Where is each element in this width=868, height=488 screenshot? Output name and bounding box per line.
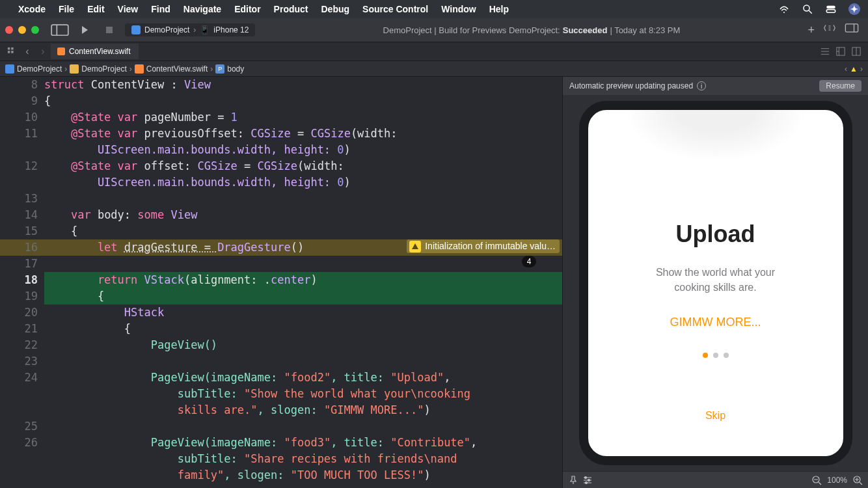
menu-product[interactable]: Product bbox=[274, 4, 308, 14]
folder-icon bbox=[70, 64, 79, 74]
device-frame: Upload Show the world what your cooking … bbox=[579, 101, 852, 465]
preview-subtitle: Show the world what your cooking skills … bbox=[656, 265, 775, 295]
editor-options-icon[interactable] bbox=[817, 47, 833, 56]
add-button[interactable]: + bbox=[807, 23, 815, 37]
crumb-file[interactable]: ContentView.swift bbox=[146, 64, 208, 74]
menu-navigate[interactable]: Navigate bbox=[183, 4, 221, 14]
toggle-inspector-button[interactable] bbox=[845, 23, 859, 37]
swift-file-icon bbox=[57, 47, 65, 55]
preview-bottom-bar: 100% bbox=[563, 471, 868, 488]
code-editor[interactable]: 8struct ContentView : View 9{ 10 @State … bbox=[0, 77, 562, 488]
svg-rect-3 bbox=[51, 25, 68, 35]
preview-canvas[interactable]: Upload Show the world what your cooking … bbox=[563, 95, 868, 471]
pin-preview-icon[interactable] bbox=[568, 475, 578, 485]
svg-rect-6 bbox=[8, 47, 10, 50]
related-items-button[interactable] bbox=[4, 47, 20, 56]
stop-button[interactable] bbox=[100, 22, 118, 38]
macos-menubar: Xcode File Edit View Find Navigate Edito… bbox=[0, 0, 868, 18]
zoom-out-icon[interactable] bbox=[811, 475, 822, 485]
menu-debug[interactable]: Debug bbox=[321, 4, 350, 14]
preview-slogan: GIMMW MORE... bbox=[670, 316, 761, 329]
inline-warning[interactable]: Initialization of immutable valu… bbox=[407, 239, 560, 253]
menu-view[interactable]: View bbox=[118, 4, 139, 14]
svg-rect-7 bbox=[11, 47, 14, 50]
adjust-editor-icon[interactable] bbox=[833, 47, 848, 56]
preview-paused-label: Automatic preview updating paused bbox=[569, 81, 693, 90]
app-menu-xcode[interactable]: Xcode bbox=[18, 4, 46, 14]
svg-rect-8 bbox=[8, 51, 10, 53]
scheme-selector[interactable]: DemoProject › 📱 iPhone 12 bbox=[125, 23, 255, 36]
svg-rect-1 bbox=[826, 6, 835, 9]
file-tab-label: ContentView.swift bbox=[69, 47, 131, 56]
page-dot bbox=[724, 353, 729, 358]
canvas-preview-panel: Automatic preview updating paused i Resu… bbox=[562, 77, 868, 488]
svg-point-13 bbox=[588, 479, 590, 481]
forward-button[interactable]: › bbox=[35, 46, 51, 57]
window-traffic-lights bbox=[5, 26, 39, 34]
issue-count-badge[interactable]: 4 bbox=[522, 256, 536, 267]
svg-rect-4 bbox=[106, 27, 113, 33]
svg-point-14 bbox=[586, 481, 588, 483]
window-zoom-button[interactable] bbox=[31, 26, 39, 34]
menu-help[interactable]: Help bbox=[489, 4, 509, 14]
menu-window[interactable]: Window bbox=[441, 4, 476, 14]
skip-button[interactable]: Skip bbox=[705, 410, 726, 422]
zoom-level[interactable]: 100% bbox=[827, 476, 847, 485]
property-icon: P bbox=[215, 64, 224, 74]
project-icon bbox=[5, 64, 14, 74]
menu-file[interactable]: File bbox=[59, 4, 74, 14]
chevron-right-icon: › bbox=[193, 25, 196, 34]
zoom-in-icon[interactable] bbox=[852, 475, 863, 485]
svg-rect-5 bbox=[845, 23, 858, 31]
page-dot-active bbox=[703, 353, 708, 358]
crumb-project[interactable]: DemoProject bbox=[17, 64, 62, 74]
svg-point-12 bbox=[585, 476, 587, 478]
control-center-icon[interactable] bbox=[825, 3, 837, 15]
xcode-toolbar: DemoProject › 📱 iPhone 12 DemoProject | … bbox=[0, 18, 868, 42]
svg-point-0 bbox=[804, 5, 809, 11]
scheme-device: iPhone 12 bbox=[213, 25, 249, 34]
preview-title: Upload bbox=[676, 221, 755, 248]
window-minimize-button[interactable] bbox=[18, 26, 26, 34]
code-review-button[interactable] bbox=[824, 23, 835, 37]
run-button[interactable] bbox=[75, 22, 94, 38]
window-close-button[interactable] bbox=[5, 26, 13, 34]
crumb-folder[interactable]: DemoProject bbox=[81, 64, 126, 74]
warning-triangle-icon bbox=[409, 241, 421, 252]
menu-edit[interactable]: Edit bbox=[87, 4, 104, 14]
page-indicator bbox=[703, 353, 729, 358]
crumb-symbol[interactable]: body bbox=[227, 64, 244, 74]
swift-file-icon bbox=[135, 64, 144, 74]
back-button[interactable]: ‹ bbox=[20, 46, 35, 57]
svg-rect-9 bbox=[11, 51, 14, 53]
toggle-navigator-button[interactable] bbox=[51, 22, 69, 38]
menu-find[interactable]: Find bbox=[151, 4, 170, 14]
preview-image-placeholder bbox=[625, 101, 807, 162]
breadcrumb: DemoProject › DemoProject › ContentView.… bbox=[0, 61, 868, 77]
chevron-right-icon[interactable]: › bbox=[860, 64, 863, 74]
warning-text: Initialization of immutable valu… bbox=[425, 238, 556, 254]
jump-bar-row: ‹ › ContentView.swift bbox=[0, 42, 868, 61]
app-icon bbox=[131, 25, 141, 34]
user-icon[interactable]: ✦ bbox=[848, 3, 860, 15]
wifi-icon[interactable] bbox=[778, 3, 790, 15]
spotlight-icon[interactable] bbox=[802, 3, 813, 15]
activity-status: DemoProject | Build for Previews DemoPro… bbox=[262, 25, 801, 35]
warning-indicator-icon[interactable]: ▲ bbox=[850, 64, 858, 74]
svg-rect-2 bbox=[826, 10, 835, 13]
info-icon[interactable]: i bbox=[697, 81, 706, 90]
chevron-left-icon[interactable]: ‹ bbox=[845, 64, 847, 74]
preview-status-bar: Automatic preview updating paused i Resu… bbox=[563, 77, 868, 95]
menu-editor[interactable]: Editor bbox=[234, 4, 260, 14]
resume-button[interactable]: Resume bbox=[819, 80, 861, 92]
page-dot bbox=[713, 353, 718, 358]
menu-source-control[interactable]: Source Control bbox=[362, 4, 428, 14]
file-tab-contentview[interactable]: ContentView.swift bbox=[51, 44, 139, 59]
scheme-project: DemoProject bbox=[144, 25, 189, 34]
preview-settings-icon[interactable] bbox=[582, 475, 593, 485]
add-editor-icon[interactable] bbox=[848, 47, 864, 56]
device-icon: 📱 bbox=[200, 25, 210, 34]
